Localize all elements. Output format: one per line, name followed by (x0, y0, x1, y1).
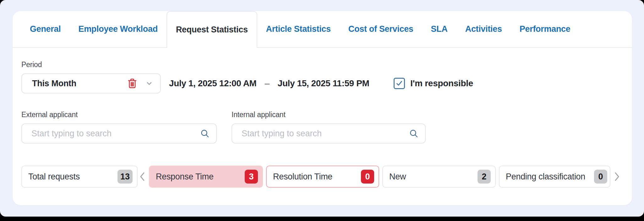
internal-applicant-input[interactable] (242, 129, 409, 139)
external-applicant-label: External applicant (21, 110, 217, 119)
page-background: General Employee Workload Request Statis… (0, 0, 644, 217)
stat-chip-label: Total requests (28, 172, 80, 182)
date-range-separator: – (265, 78, 270, 88)
chevron-right-icon[interactable] (613, 171, 621, 183)
stat-chip-total-requests[interactable]: Total requests 13 (21, 166, 138, 188)
period-select-value: This Month (32, 79, 126, 88)
tab-activities[interactable]: Activities (456, 11, 511, 47)
tab-cost-of-services[interactable]: Cost of Services (340, 11, 422, 47)
date-range-start[interactable]: July 1, 2025 12:00 AM (169, 78, 257, 88)
search-icon[interactable] (200, 128, 210, 139)
date-range: July 1, 2025 12:00 AM – July 15, 2025 11… (169, 78, 369, 88)
applicant-filters: External applicant Internal applicant (21, 110, 623, 144)
external-applicant-field: External applicant (21, 110, 217, 144)
stat-count-badge: 13 (117, 170, 133, 184)
internal-applicant-label: Internal applicant (232, 110, 426, 119)
stat-chip-response-time[interactable]: Response Time 3 (149, 166, 263, 188)
im-responsible-label: I'm responsible (410, 78, 473, 88)
external-applicant-search[interactable] (21, 123, 217, 144)
tab-employee-workload[interactable]: Employee Workload (69, 11, 166, 47)
stat-count-badge: 3 (245, 170, 258, 184)
internal-applicant-field: Internal applicant (232, 110, 426, 144)
tab-performance[interactable]: Performance (511, 11, 579, 47)
checkbox-checked-icon[interactable] (394, 78, 405, 89)
im-responsible-checkbox[interactable]: I'm responsible (394, 78, 473, 89)
tab-article-statistics[interactable]: Article Statistics (257, 11, 340, 47)
stat-chip-new[interactable]: New 2 (382, 166, 496, 188)
stat-chip-label: Pending classification (506, 172, 585, 182)
tab-bar: General Employee Workload Request Statis… (13, 11, 632, 48)
stat-chip-label: Response Time (156, 172, 214, 182)
stat-count-badge: 0 (361, 170, 374, 184)
statistics-panel: General Employee Workload Request Statis… (13, 11, 632, 205)
chevron-down-icon (145, 79, 153, 88)
search-icon[interactable] (409, 128, 419, 139)
stat-chip-pending-classification[interactable]: Pending classification 0 (499, 166, 610, 188)
stat-chip-label: Resolution Time (273, 172, 332, 182)
chevron-left-icon[interactable] (138, 171, 146, 183)
external-applicant-input[interactable] (31, 129, 200, 139)
stat-count-badge: 2 (478, 170, 491, 184)
period-label: Period (21, 60, 623, 69)
stat-chips-carousel: Total requests 13 Response Time 3 Resolu… (21, 166, 623, 188)
tab-sla[interactable]: SLA (422, 11, 456, 47)
tab-content: Period This Month (13, 60, 632, 188)
period-controls: This Month (21, 73, 623, 94)
trash-icon[interactable] (126, 77, 138, 89)
internal-applicant-search[interactable] (232, 123, 426, 144)
tab-general[interactable]: General (21, 11, 69, 47)
stat-chip-resolution-time[interactable]: Resolution Time 0 (266, 166, 379, 188)
stat-count-badge: 0 (594, 170, 607, 184)
tab-request-statistics[interactable]: Request Statistics (166, 11, 257, 48)
stat-chip-label: New (389, 172, 406, 182)
period-select[interactable]: This Month (21, 73, 161, 94)
date-range-end[interactable]: July 15, 2025 11:59 PM (278, 78, 369, 88)
